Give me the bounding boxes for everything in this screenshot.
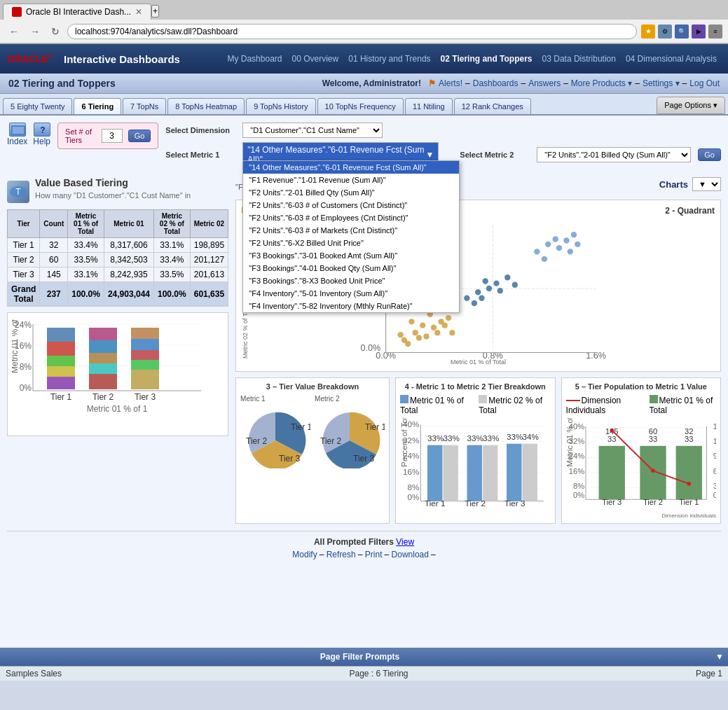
index-icon-item[interactable]: Index (7, 123, 27, 146)
page-options-button[interactable]: Page Options ▾ (657, 97, 725, 114)
bookmark-icon[interactable]: ★ (641, 25, 655, 39)
svg-point-52 (423, 333, 429, 339)
metric2-select[interactable]: "F2 Units"."2-01 Billed Qty (Sum All)" (537, 147, 691, 162)
dropdown-item-10[interactable]: "F4 Inventory"."5-01 Inventory (Sum All)… (243, 287, 459, 300)
dropdown-item-9[interactable]: "F3 Bookings"."8-X3 Booked Unit Price" (243, 274, 459, 287)
svg-text:33: 33 (648, 435, 657, 443)
addon-icon1[interactable]: ⚙ (658, 25, 672, 39)
more-products-link[interactable]: More Products ▾ (571, 78, 632, 88)
addon-icon2[interactable]: 🔍 (675, 25, 689, 39)
chart5-title: 5 – Tier Population to Metric 1 Value (566, 382, 716, 391)
expand-icon[interactable]: ▼ (715, 652, 724, 662)
svg-rect-19 (47, 356, 75, 366)
new-tab-button[interactable]: + (151, 5, 159, 18)
oracle-logo: ORACLE® (7, 53, 53, 64)
dropdown-item-8[interactable]: "F3 Bookings"."4-01 Booked Qty (Sum All)… (243, 262, 459, 274)
app-title: Interactive Dashboards (64, 53, 223, 65)
dimension-select[interactable]: "D1 Customer"."C1 Cust Name" (242, 123, 383, 138)
metric1-label: Select Metric 1 (165, 151, 235, 159)
svg-point-65 (486, 286, 492, 291)
tab-8-topns-heatmap[interactable]: 8 TopNs Heatmap (167, 98, 245, 114)
tab-title: Oracle BI Interactive Dash... (26, 7, 131, 17)
tab-bar: Oracle BI Interactive Dash... ✕ + (0, 0, 728, 20)
menu-icon[interactable]: ≡ (708, 25, 722, 39)
print-link[interactable]: Print (365, 550, 383, 559)
nav-my-dashboard[interactable]: My Dashboard (223, 53, 286, 65)
tab-10-topns-frequency[interactable]: 10 TopNs Frequency (317, 98, 404, 114)
svg-point-53 (431, 325, 437, 330)
chart5-legend1: Dimension Individuals (566, 396, 644, 415)
svg-point-63 (449, 330, 455, 335)
metric2-go-button[interactable]: Go (698, 148, 721, 161)
nav-dimensional[interactable]: 04 Dimensional Analysis (621, 53, 721, 65)
browser-nav-icons: ★ ⚙ 🔍 ▶ ≡ (641, 25, 722, 39)
tab-7-topns[interactable]: 7 TopNs (123, 98, 166, 114)
download-link[interactable]: Download (392, 550, 429, 559)
svg-point-64 (475, 289, 481, 295)
dropdown-item-3[interactable]: "F2 Units"."6-03 # of Customers (Cnt Dis… (243, 199, 459, 211)
col-tier: Tier (8, 210, 40, 238)
tab-6-tiering[interactable]: 6 Tiering (74, 98, 121, 114)
dropdown-item-2[interactable]: "F2 Units"."2-01 Billed Qty (Sum All)" (243, 186, 459, 199)
svg-point-60 (408, 319, 414, 324)
dropdown-item-7[interactable]: "F3 Bookings"."3-01 Booked Amt (Sum All)… (243, 249, 459, 262)
dropdown-item-5[interactable]: "F2 Units"."6-03 # of Markets (Cnt Disti… (243, 224, 459, 237)
svg-point-78 (556, 245, 562, 251)
nav-overview[interactable]: 00 Overview (288, 53, 343, 65)
page-filter-bar[interactable]: Page Filter Prompts ▼ (0, 648, 728, 666)
dropdown-item-0[interactable]: "14 Other Measures"."6-01 Revenue Fcst (… (243, 161, 459, 174)
chart4-box: 4 - Metric 1 to Metric 2 Tier Breakdown … (395, 377, 555, 524)
separator4: – (635, 78, 640, 88)
status-right: Page 1 (696, 669, 722, 678)
settings-link[interactable]: Settings ▾ (643, 78, 680, 88)
svg-point-79 (563, 237, 569, 243)
logout-link[interactable]: Log Out (689, 78, 720, 88)
dropdown-item-11[interactable]: "F4 Inventory"."5-82 Inventory (Mthly Ru… (243, 300, 459, 312)
alerts-link[interactable]: Alerts! (439, 78, 462, 88)
dropdown-item-1[interactable]: "F1 Revenue"."1-01 Revenue (Sum All)" (243, 174, 459, 186)
dropdown-item-4[interactable]: "F2 Units"."6-03 # of Employees (Cnt Dis… (243, 211, 459, 224)
nav-tiering[interactable]: 02 Tiering and Toppers (437, 53, 537, 65)
svg-text:33%: 33% (467, 433, 483, 443)
col-m01pct: Metric 01 % of Total (68, 210, 104, 238)
table-row: Tier 2 60 33.5% 8,342,503 33.4% 201,127 (8, 253, 228, 267)
chart5-legend2: Metric 01 % of Total (650, 395, 716, 415)
nav-history[interactable]: 01 History and Trends (344, 53, 434, 65)
svg-text:33%: 33% (427, 433, 444, 443)
svg-text:8%: 8% (20, 362, 32, 372)
tab-12-rank-changes[interactable]: 12 Rank Changes (454, 98, 531, 114)
tiering-icon: T (7, 181, 29, 203)
answers-link[interactable]: Answers (528, 78, 561, 88)
svg-text:Tier 3: Tier 3 (353, 454, 375, 464)
browser-tab[interactable]: Oracle BI Interactive Dash... ✕ (3, 4, 151, 20)
addon-icon3[interactable]: ▶ (692, 25, 706, 39)
tab-11-ntiling[interactable]: 11 Ntiling (405, 98, 453, 114)
chart4-legend1: Metric 01 % of Total (400, 395, 472, 415)
charts-dropdown[interactable]: ▼ (692, 177, 721, 191)
tiers-input[interactable] (102, 129, 123, 143)
tiers-go-button[interactable]: Go (128, 130, 151, 142)
footer-actions: All Prompted Filters View Modify – Refre… (7, 531, 721, 565)
tab-5-eighty-twenty[interactable]: 5 Eighty Twenty (3, 98, 72, 114)
tiering-section: T Value Based Tiering How many "D1 Custo… (7, 177, 228, 524)
help-icon-item[interactable]: ? Help (33, 123, 50, 146)
modify-link[interactable]: Modify (292, 550, 317, 559)
forward-button[interactable]: → (27, 24, 43, 39)
tab-9-topns-history[interactable]: 9 TopNs History (246, 98, 315, 114)
back-button[interactable]: ← (6, 24, 22, 39)
view-link[interactable]: View (396, 537, 414, 547)
dropdown-item-6[interactable]: "F2 Units"."6-X2 Billed Unit Price" (243, 237, 459, 249)
svg-rect-34 (131, 360, 159, 370)
nav-distribution[interactable]: 03 Data Distribution (538, 53, 620, 65)
metric1-dropdown: "14 Other Measures"."6-01 Revenue Fcst (… (242, 160, 460, 313)
main-content: Index ? Help Set # of Tiers Go Select Di… (0, 116, 728, 648)
tiering-table: Tier Count Metric 01 % of Total Metric 0… (7, 209, 228, 307)
svg-point-72 (472, 300, 477, 306)
svg-point-51 (420, 322, 425, 328)
close-tab-icon[interactable]: ✕ (135, 7, 142, 17)
dashboards-link[interactable]: Dashboards (473, 78, 518, 88)
refresh-link[interactable]: Refresh (327, 550, 356, 559)
reload-button[interactable]: ↻ (48, 24, 63, 39)
svg-point-58 (416, 335, 422, 340)
address-bar[interactable] (67, 24, 637, 39)
